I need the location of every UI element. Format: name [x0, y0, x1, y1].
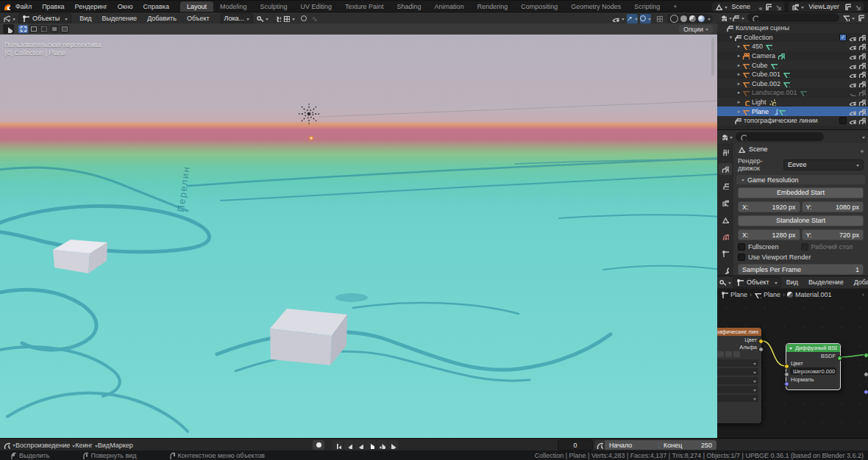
menu-item[interactable]: Вид: [74, 15, 96, 22]
properties-search[interactable]: [736, 132, 824, 141]
shading-wireframe-button[interactable]: [670, 15, 678, 23]
viewlayer-name[interactable]: ViewLayer: [808, 3, 839, 10]
current-frame-field[interactable]: 0: [558, 439, 593, 450]
outliner-row[interactable]: ▸Light: [717, 98, 868, 107]
disclosure-icon[interactable]: ▸: [736, 62, 742, 68]
shader-editor-type[interactable]: [719, 278, 730, 287]
use-preview-range-button[interactable]: [594, 440, 604, 450]
properties-editor-type[interactable]: [720, 132, 733, 142]
hide-viewport-toggle[interactable]: [849, 108, 856, 115]
menu-item[interactable]: Окно: [113, 3, 138, 10]
disclosure-icon[interactable]: ▸: [736, 43, 742, 49]
disclosure-icon[interactable]: ▸: [736, 99, 742, 105]
frame-end-field[interactable]: Конец250: [659, 440, 716, 450]
desktop-checkbox[interactable]: Рабочий стол: [801, 243, 864, 251]
tab-view-layer[interactable]: [719, 197, 732, 209]
standalone-x-field[interactable]: X:1280 px: [738, 229, 800, 240]
new-scene-icon[interactable]: [764, 3, 772, 10]
workspace-tab[interactable]: Geometry Nodes: [564, 1, 627, 12]
collection-checkbox[interactable]: ✓: [839, 34, 847, 41]
node-dropdown[interactable]: [717, 377, 758, 384]
hide-viewport-toggle[interactable]: [849, 89, 856, 96]
outliner-item-label[interactable]: Collection: [744, 34, 773, 41]
embedded-x-field[interactable]: X:1920 px: [738, 201, 800, 212]
outliner-search[interactable]: [747, 13, 839, 22]
active-tool-button[interactable]: [3, 24, 14, 34]
open-image-icon[interactable]: [725, 351, 732, 357]
embedded-start-button[interactable]: Embedded Start: [738, 187, 864, 198]
diffuse-bsdf-node[interactable]: Диффузный BSDF BSDF Цвет Шероховат0.000 …: [786, 343, 841, 390]
disclosure-icon[interactable]: ▾: [728, 35, 734, 40]
outliner-options-button[interactable]: [855, 13, 866, 23]
outliner-search-input[interactable]: [758, 14, 836, 22]
menu-item[interactable]: Добавить: [849, 278, 868, 286]
mode-selector[interactable]: Объекты: [18, 13, 71, 24]
hide-viewport-toggle[interactable]: [849, 34, 856, 41]
outliner-item-label[interactable]: 450: [752, 43, 763, 50]
workspace-tab[interactable]: Sculpting: [253, 1, 294, 12]
color-output-socket[interactable]: [758, 339, 764, 344]
select-mode-new[interactable]: [18, 25, 28, 33]
blender-logo-icon[interactable]: [3, 3, 10, 10]
roughness-slider[interactable]: Шероховат0.000: [790, 367, 836, 375]
keying-menu[interactable]: Кеинг: [75, 442, 98, 449]
disable-render-toggle[interactable]: [858, 43, 866, 50]
select-mode-invert[interactable]: [49, 25, 59, 33]
outliner-scope-button[interactable]: [732, 13, 744, 23]
tab-object[interactable]: [719, 248, 732, 259]
disclosure-icon[interactable]: ▸: [736, 71, 742, 77]
displacement-input-socket[interactable]: [864, 389, 868, 395]
workspace-tab[interactable]: Scripting: [627, 1, 666, 12]
hide-viewport-toggle[interactable]: [849, 62, 856, 69]
tab-modifiers[interactable]: [719, 265, 732, 276]
visibility-button[interactable]: [612, 14, 625, 24]
shading-rendered-button[interactable]: [698, 15, 705, 22]
object-origin-dot[interactable]: [310, 137, 313, 140]
outliner-row[interactable]: ▸Cube.001: [717, 70, 868, 79]
menu-item[interactable]: Выделение: [96, 15, 142, 22]
outliner-item-label[interactable]: Light: [752, 98, 766, 106]
pin-icon[interactable]: [856, 145, 864, 153]
playback-menu[interactable]: Воспроизведение: [15, 442, 75, 449]
node-canvas[interactable]: рафические линии. Цвет Альфа: [717, 298, 868, 438]
color-input-socket[interactable]: [784, 364, 789, 369]
viewport-scrollbar[interactable]: [711, 37, 714, 76]
breadcrumb-object[interactable]: Plane: [730, 291, 747, 298]
new-viewlayer-icon[interactable]: [844, 3, 851, 10]
outliner-item-label[interactable]: Landscape.001: [752, 89, 797, 96]
context-breadcrumb[interactable]: Scene: [749, 145, 768, 153]
select-mode-subtract[interactable]: [39, 25, 49, 33]
menu-item[interactable]: Справка: [138, 3, 174, 10]
hide-viewport-toggle[interactable]: [849, 52, 856, 60]
outliner-row[interactable]: ▸Camera: [717, 51, 868, 61]
snap-toggle[interactable]: [271, 14, 282, 24]
outliner-filter-button[interactable]: [842, 13, 855, 23]
gizmos-button[interactable]: ↗: [627, 14, 638, 24]
game-resolution-panel-header[interactable]: Game Resolution: [736, 175, 865, 184]
outliner-row[interactable]: Коллекция сцены: [717, 24, 868, 33]
marker-menu[interactable]: Маркер: [110, 442, 133, 449]
menu-item[interactable]: Вид: [781, 278, 803, 286]
outliner-row[interactable]: ▸Cube.002: [717, 79, 868, 89]
render-engine-select[interactable]: Eevee: [783, 159, 864, 170]
workspace-tab[interactable]: Compositing: [514, 1, 564, 12]
select-mode-extend[interactable]: [29, 25, 38, 33]
normal-input-socket[interactable]: [784, 381, 789, 387]
outliner-row[interactable]: ▸Landscape.001: [717, 88, 868, 98]
tab-world[interactable]: [719, 231, 732, 242]
outliner-item-label[interactable]: Plane: [752, 108, 769, 115]
select-mode-intersect[interactable]: [60, 25, 69, 33]
proportional-edit-toggle[interactable]: [298, 14, 309, 24]
workspace-tab[interactable]: Shading: [391, 1, 428, 12]
hide-viewport-toggle[interactable]: [849, 80, 856, 87]
viewport-3d[interactable]: Перелин: [0, 35, 717, 438]
sun-lamp-icon[interactable]: [299, 104, 319, 124]
hide-viewport-toggle[interactable]: [849, 43, 856, 50]
alpha-output-socket[interactable]: [758, 347, 764, 352]
disclosure-icon[interactable]: ▸: [736, 90, 742, 96]
outliner-row[interactable]: ▾Collection✓: [717, 33, 868, 43]
hide-viewport-toggle[interactable]: [849, 71, 856, 78]
disable-render-toggle[interactable]: [858, 34, 866, 41]
pin-icon[interactable]: [755, 3, 762, 10]
node-dropdown[interactable]: [717, 359, 758, 367]
